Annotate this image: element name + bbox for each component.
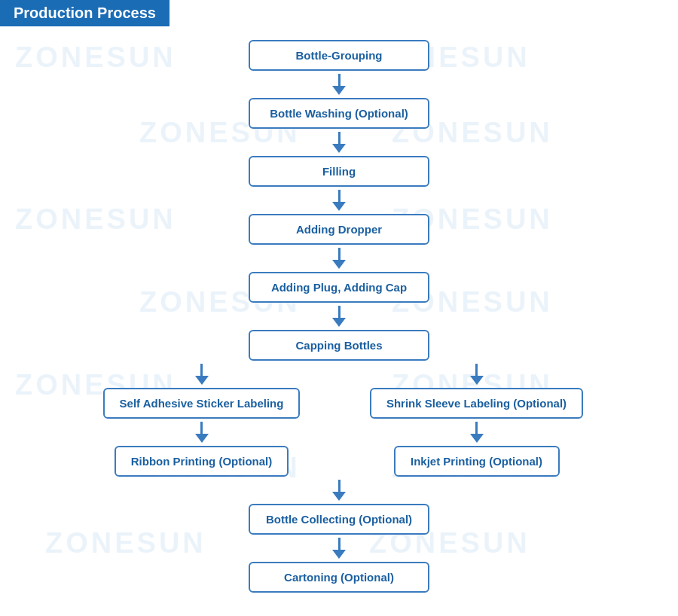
step-filling: Filling [249, 156, 429, 187]
step-bottle-collecting: Bottle Collecting (Optional) [249, 504, 429, 535]
step-bottle-washing: Bottle Washing (Optional) [249, 98, 429, 129]
step-ribbon-printing: Ribbon Printing (Optional) [115, 446, 289, 477]
arrow-1 [332, 71, 346, 98]
arrow-3 [332, 187, 346, 214]
arrow-4 [332, 245, 346, 272]
arrow-final [332, 535, 346, 562]
step-self-adhesive: Self Adhesive Sticker Labeling [103, 388, 301, 419]
step-cartoning: Cartoning (Optional) [249, 562, 429, 593]
step-adding-plug-cap: Adding Plug, Adding Cap [249, 272, 429, 303]
step-adding-dropper: Adding Dropper [249, 214, 429, 245]
arrow-2 [332, 129, 346, 156]
page-header: Production Process [0, 0, 170, 26]
arrow-5 [332, 303, 346, 330]
step-capping-bottles: Capping Bottles [249, 330, 429, 361]
step-inkjet-printing: Inkjet Printing (Optional) [394, 446, 560, 477]
step-bottle-grouping: Bottle-Grouping [249, 40, 429, 71]
step-shrink-sleeve: Shrink Sleeve Labeling (Optional) [370, 388, 583, 419]
flowchart-container: Bottle-Grouping Bottle Washing (Optional… [0, 26, 678, 593]
arrow-merge [332, 477, 346, 504]
page-title: Production Process [14, 5, 156, 21]
